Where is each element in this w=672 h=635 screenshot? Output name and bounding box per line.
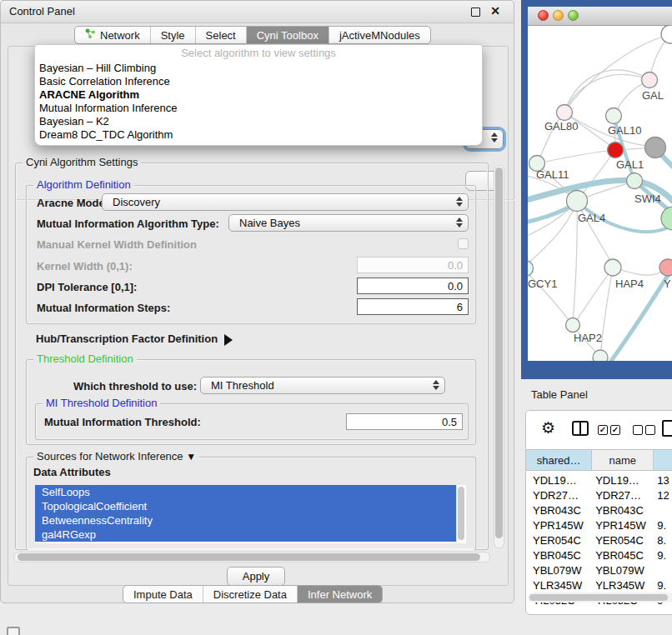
dropdown-item[interactable]: Basic Correlation Inference <box>35 75 482 88</box>
network-node-green[interactable] <box>661 207 672 230</box>
network-node-gal[interactable] <box>642 72 658 88</box>
data-attributes-list: SelfLoops TopologicalCoefficient Between… <box>35 485 466 543</box>
network-node-gcy1[interactable] <box>528 261 534 277</box>
node-label: GAL80 <box>544 120 578 132</box>
which-threshold-select[interactable]: MI Threshold <box>200 377 445 394</box>
hub-section-label: Hub/Transcription Factor Definition <box>36 332 218 345</box>
network-icon <box>85 28 96 42</box>
list-item[interactable]: BetweennessCentrality <box>35 513 466 528</box>
gear-icon[interactable]: ⚙ <box>541 418 555 438</box>
dropdown-item[interactable]: Bayesian – K2 <box>35 115 482 128</box>
network-node-hap2[interactable] <box>566 318 580 332</box>
control-panel-window: Control Panel ✕ Network Style <box>0 0 514 603</box>
list-item[interactable]: gal4RGexp <box>35 528 466 542</box>
network-view-window: GAL GAL80 GAL10 GAL1 GAL11 SWI4 GAL4 GCY… <box>528 7 672 361</box>
settings-horizontal-scrollbar-thumb[interactable] <box>18 553 480 561</box>
sources-group-title[interactable]: Sources for Network Inference ▼ <box>33 450 199 462</box>
tab-jactivemnodules-label: jActiveMNodules <box>339 29 420 42</box>
column-header-name[interactable]: name <box>592 449 654 471</box>
dropdown-item-selected[interactable]: ARACNE Algorithm <box>35 88 482 102</box>
table-row[interactable]: YBR043C YBR043C <box>526 504 672 519</box>
list-item[interactable]: SelfLoops <box>35 485 466 499</box>
network-node-gray[interactable] <box>645 138 666 158</box>
network-node[interactable] <box>661 25 672 43</box>
aracne-mode-value: Discovery <box>113 196 160 208</box>
dropdown-item[interactable]: Dream8 DC_TDC Algorithm <box>35 128 482 142</box>
zoom-traffic-light[interactable] <box>568 10 579 21</box>
close-icon[interactable]: ✕ <box>490 4 500 18</box>
table-row[interactable]: YER054C YER054C 8. <box>526 534 672 549</box>
table-horizontal-scrollbar-thumb[interactable] <box>529 594 668 601</box>
network-node-pink[interactable] <box>659 259 672 276</box>
split-columns-icon[interactable] <box>572 421 589 436</box>
network-window-titlebar <box>528 7 672 26</box>
table-row[interactable]: YDR27… YDR27… 12 <box>526 489 672 504</box>
tab-impute-data[interactable]: Impute Data <box>123 586 203 602</box>
dpi-tolerance-field[interactable]: 0.0 <box>357 278 469 294</box>
table-horizontal-scrollbar[interactable] <box>528 592 672 602</box>
manual-kernel-checkbox[interactable] <box>458 238 469 249</box>
network-node[interactable] <box>593 350 608 361</box>
cell-value: 12 <box>654 489 672 504</box>
settings-horizontal-scrollbar[interactable] <box>13 552 490 562</box>
node-label: GAL4 <box>578 212 605 224</box>
apply-button[interactable]: Apply <box>227 567 285 586</box>
dropdown-item[interactable]: Mutual Information Inference <box>35 102 482 115</box>
tab-select[interactable]: Select <box>196 27 247 43</box>
settings-vertical-scrollbar-thumb[interactable] <box>495 168 503 538</box>
cell-value: 9. <box>654 549 672 564</box>
checked-checkbox-icon[interactable]: ✓ <box>598 425 608 435</box>
close-traffic-light[interactable] <box>538 10 549 21</box>
node-label: GAL <box>642 89 664 102</box>
network-canvas[interactable]: GAL GAL80 GAL10 GAL1 GAL11 SWI4 GAL4 GCY… <box>528 25 672 361</box>
stepper-icon <box>456 218 463 228</box>
network-node-gal80[interactable] <box>557 105 573 121</box>
network-node-gal10[interactable] <box>606 108 622 124</box>
list-scrollbar[interactable] <box>456 485 466 543</box>
mi-threshold-field[interactable]: 0.5 <box>346 413 463 430</box>
tab-cyni-toolbox[interactable]: Cyni Toolbox <box>247 27 329 43</box>
tab-infer-network[interactable]: Infer Network <box>298 586 382 602</box>
sources-title-text: Sources for Network Inference <box>37 450 183 462</box>
table-row[interactable]: YBL079W YBL079W <box>526 564 672 579</box>
cell-shared: YBR043C <box>526 504 592 519</box>
node-label: HAP2 <box>574 332 602 344</box>
kernel-width-field[interactable]: 0.0 <box>357 257 469 273</box>
minimize-traffic-light[interactable] <box>553 10 564 21</box>
settings-vertical-scrollbar[interactable] <box>494 165 504 548</box>
node-label: Y <box>664 278 671 290</box>
unchecked-checkbox-icon[interactable] <box>645 425 655 435</box>
network-view-frame: GAL GAL80 GAL10 GAL1 GAL11 SWI4 GAL4 GCY… <box>521 0 672 379</box>
tab-style[interactable]: Style <box>151 27 196 43</box>
node-label: GAL1 <box>616 158 644 171</box>
table-row[interactable]: YBR045C YBR045C 9. <box>526 549 672 564</box>
tab-network[interactable]: Network <box>75 27 151 43</box>
column-header-partial[interactable] <box>654 449 672 471</box>
aracne-mode-select[interactable]: Discovery <box>102 193 469 211</box>
table-row[interactable]: YDL19… YDL19… 13 <box>526 474 672 489</box>
page-icon[interactable] <box>662 420 672 437</box>
hub-section-toggle[interactable]: Hub/Transcription Factor Definition <box>36 332 233 346</box>
table-row[interactable]: YPR145W YPR145W 9. <box>526 519 672 534</box>
tab-discretize-data[interactable]: Discretize Data <box>203 586 298 602</box>
network-node-gal4[interactable] <box>567 191 588 212</box>
tab-jactivemnodules[interactable]: jActiveMNodules <box>329 27 430 43</box>
mi-algorithm-type-select[interactable]: Naive Bayes <box>228 214 469 232</box>
cell-shared: YBL079W <box>526 564 592 579</box>
cell-shared: YBR045C <box>526 549 592 564</box>
network-node-gal1[interactable] <box>608 142 624 158</box>
checked-checkbox-icon[interactable]: ✓ <box>610 425 620 435</box>
network-node-swi4[interactable] <box>627 173 643 189</box>
dropdown-item[interactable]: Bayesian – Hill Climbing <box>35 62 482 75</box>
float-window-icon[interactable] <box>471 8 480 17</box>
partial-button[interactable] <box>7 627 20 635</box>
network-node-hap4[interactable] <box>604 259 621 276</box>
screen: Control Panel ✕ Network Style <box>0 0 672 635</box>
mi-threshold-definition-title: MI Threshold Definition <box>43 397 160 409</box>
tab-network-label: Network <box>100 29 140 42</box>
unchecked-checkbox-icon[interactable] <box>633 425 643 435</box>
mi-steps-field[interactable]: 6 <box>357 298 469 315</box>
column-header-shared[interactable]: shared… <box>526 449 592 471</box>
list-item[interactable]: TopologicalCoefficient <box>35 499 466 513</box>
list-scrollbar-thumb[interactable] <box>458 487 464 540</box>
